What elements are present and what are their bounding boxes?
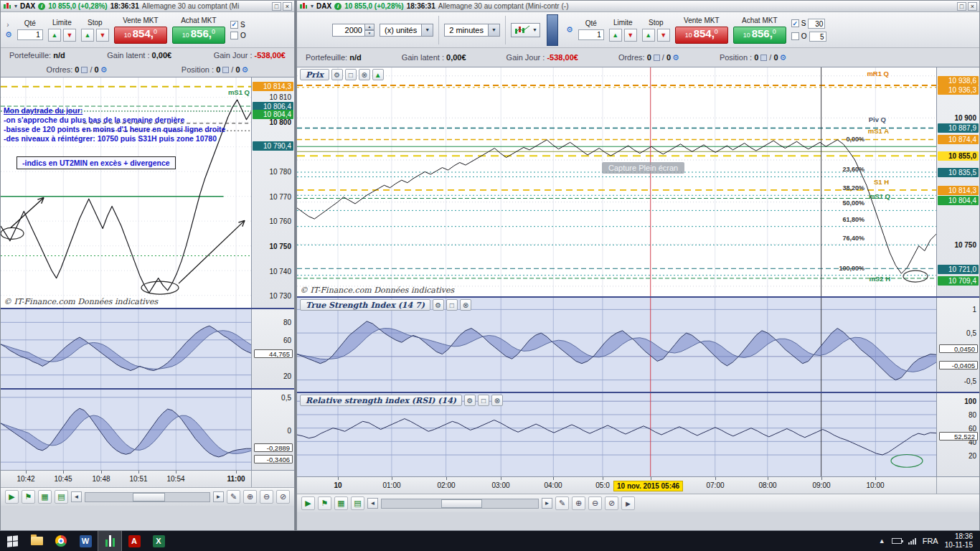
right-price-chart[interactable]: mR1 QPiv QmS1 A0,00%23,60%S1 H38,20%mS1 … xyxy=(297,67,936,296)
position-gear-icon[interactable]: ⚙ xyxy=(780,53,787,62)
zoom-tool-icon[interactable]: ⊖ xyxy=(588,496,602,510)
orders-list-icon[interactable] xyxy=(654,55,660,61)
zoom-tool-icon[interactable]: ⊘ xyxy=(276,490,290,504)
position-list-icon[interactable] xyxy=(760,55,767,61)
order-settings-icon[interactable]: ⚙ xyxy=(5,30,12,39)
buy-market-button[interactable]: 10856,0 xyxy=(172,27,225,44)
position-list-icon[interactable] xyxy=(222,67,229,73)
tool-icon[interactable]: ⚑ xyxy=(318,496,331,510)
left-time-axis[interactable]: 10:4210:4510:4810:5110:5411:00 xyxy=(1,470,294,487)
toolbar-splitter[interactable] xyxy=(547,14,558,46)
zoom-tool-icon[interactable]: ✎ xyxy=(227,490,240,504)
zoom-tool-icon[interactable]: ⊕ xyxy=(243,490,257,504)
panel-duplicate-icon[interactable]: □ xyxy=(446,299,458,311)
tool-icon[interactable]: ▤ xyxy=(351,496,364,510)
tool-icon[interactable]: ▶ xyxy=(5,490,19,504)
sell-market-button[interactable]: 10854,0 xyxy=(114,27,167,44)
scroll-left-button[interactable]: ◄ xyxy=(367,498,378,509)
scroll-right-button[interactable]: ► xyxy=(542,498,552,509)
zoom-tool-icon[interactable]: ⊘ xyxy=(605,496,618,510)
panel-settings-icon[interactable]: ⚙ xyxy=(464,395,476,406)
sell-limit-button[interactable]: ▼ xyxy=(624,29,637,42)
zoom-tool-icon[interactable]: ⊖ xyxy=(260,490,273,504)
info-icon[interactable]: i xyxy=(38,3,45,10)
left-tsi-chart[interactable] xyxy=(1,309,251,388)
taskbar-excel-button[interactable]: X xyxy=(146,531,171,551)
right-rsi-chart[interactable]: Relative strength index (RSI) (14) ⚙ □ ⊗ xyxy=(297,393,936,476)
chart-scrollbar[interactable] xyxy=(381,499,539,509)
panel-settings-icon[interactable]: ⚙ xyxy=(433,299,444,311)
sell-stop-button[interactable]: ▼ xyxy=(657,29,670,42)
indicator2-chart-canvas[interactable] xyxy=(1,390,251,470)
left-indicator2-chart[interactable] xyxy=(1,390,251,470)
tool-icon[interactable]: ▤ xyxy=(55,490,68,504)
tool-icon[interactable]: ▦ xyxy=(38,490,52,504)
tsi-title[interactable]: True Strength Index (14 7) xyxy=(300,299,430,311)
buy-stop-button[interactable]: ▲ xyxy=(81,29,94,42)
sell-stop-button[interactable]: ▼ xyxy=(96,29,109,42)
sell-market-button[interactable]: 10854,0 xyxy=(675,27,728,44)
orders-gear-icon[interactable]: ⚙ xyxy=(100,65,108,74)
qty-input[interactable] xyxy=(578,29,604,40)
right-price-axis[interactable]: 10 938,610 936,310 90010 887,910 874,410… xyxy=(936,67,979,296)
left-titlebar[interactable]: ▾ DAX i 10 855,0 (+0,28%) 18:36:31 Allem… xyxy=(1,1,294,12)
units-value[interactable]: 2000 xyxy=(332,24,365,37)
taskbar-word-button[interactable]: W xyxy=(73,531,98,551)
restore-button[interactable]: □ xyxy=(957,2,966,11)
chart-style-button[interactable]: ▼ xyxy=(511,23,540,37)
restore-button[interactable]: □ xyxy=(272,2,281,11)
tray-clock[interactable]: 18:36 10-11-15 xyxy=(945,532,973,550)
stop-distance-value[interactable]: 30 xyxy=(808,19,825,29)
right-time-axis[interactable]: 1001:0002:0003:0004:0005:010 nov. 2015 0… xyxy=(297,476,979,494)
rsi-title[interactable]: Relative strength index (RSI) (14) xyxy=(300,395,462,406)
panel-settings-icon[interactable]: ⚙ xyxy=(331,69,343,80)
collapse-icon[interactable]: › xyxy=(6,21,9,29)
right-titlebar[interactable]: ▾ DAX i 10 855,0 (+0,28%) 18:36:31 Allem… xyxy=(297,1,979,12)
tool-icon[interactable]: ▦ xyxy=(334,496,348,510)
scrollbar-thumb[interactable] xyxy=(441,499,482,508)
network-icon[interactable] xyxy=(908,538,916,545)
taskbar-explorer-button[interactable] xyxy=(24,531,49,551)
info-icon[interactable]: i xyxy=(334,3,341,10)
taskbar-chrome-button[interactable] xyxy=(49,531,73,551)
zoom-tool-icon[interactable]: ► xyxy=(621,496,635,510)
stop-checkbox[interactable]: ✓ xyxy=(791,19,799,27)
right-tsi-axis[interactable]: 10,5-0,50,0450-0,0405 xyxy=(936,298,979,392)
buy-market-button[interactable]: 10856,0 xyxy=(733,27,786,44)
left-tsi-axis[interactable]: 80602044,765 xyxy=(251,309,294,388)
tool-icon[interactable]: ⚑ xyxy=(22,490,35,504)
oco-checkbox[interactable] xyxy=(230,32,238,39)
left-price-axis[interactable]: 10 814,310 81010 806,410 804,410 80010 7… xyxy=(251,77,294,308)
left-price-chart[interactable]: S1 HmS1 Q Mon daytrade du jour: -on s'ap… xyxy=(1,77,251,308)
scroll-left-button[interactable]: ◄ xyxy=(71,491,82,502)
buy-stop-button[interactable]: ▲ xyxy=(642,29,655,42)
oco-checkbox[interactable] xyxy=(791,32,799,40)
left-indicator2-axis[interactable]: 0,50-0,2889-0,3406 xyxy=(251,390,294,470)
chevron-down-icon[interactable]: ▾ xyxy=(311,3,314,9)
timeframe-select[interactable]: 2 minutes▼ xyxy=(444,24,500,37)
units-stepper[interactable]: 2000 ▲▼ xyxy=(332,24,374,37)
taskbar-trading-button[interactable] xyxy=(98,531,122,551)
panel-close-icon[interactable]: ⊗ xyxy=(359,69,370,80)
buy-limit-button[interactable]: ▲ xyxy=(609,29,622,42)
taskbar-acrobat-button[interactable]: A xyxy=(122,531,146,551)
language-indicator[interactable]: FRA xyxy=(923,537,938,545)
panel-close-icon[interactable]: ⊗ xyxy=(491,395,503,406)
sell-limit-button[interactable]: ▼ xyxy=(63,29,76,42)
objective-distance-value[interactable]: 5 xyxy=(809,32,826,42)
tool-icon[interactable]: ▶ xyxy=(301,496,315,510)
prix-title[interactable]: Prix xyxy=(300,69,329,80)
taskbar-start-button[interactable] xyxy=(0,531,24,551)
stop-checkbox[interactable]: ✓ xyxy=(230,21,238,29)
units-mode-select[interactable]: (x) unités▼ xyxy=(380,24,433,37)
buy-limit-button[interactable]: ▲ xyxy=(48,29,61,42)
zoom-tool-icon[interactable]: ⊕ xyxy=(572,496,585,510)
right-tsi-chart[interactable]: True Strength Index (14 7) ⚙ □ ⊗ xyxy=(297,298,936,392)
zoom-tool-icon[interactable]: ✎ xyxy=(555,496,569,510)
battery-icon[interactable] xyxy=(892,538,902,544)
orders-list-icon[interactable] xyxy=(81,67,88,73)
panel-up-icon[interactable]: ▲ xyxy=(372,69,384,80)
panel-close-icon[interactable]: ⊗ xyxy=(460,299,471,311)
right-rsi-axis[interactable]: 1008060402052,522 xyxy=(936,393,979,476)
position-gear-icon[interactable]: ⚙ xyxy=(242,65,249,74)
